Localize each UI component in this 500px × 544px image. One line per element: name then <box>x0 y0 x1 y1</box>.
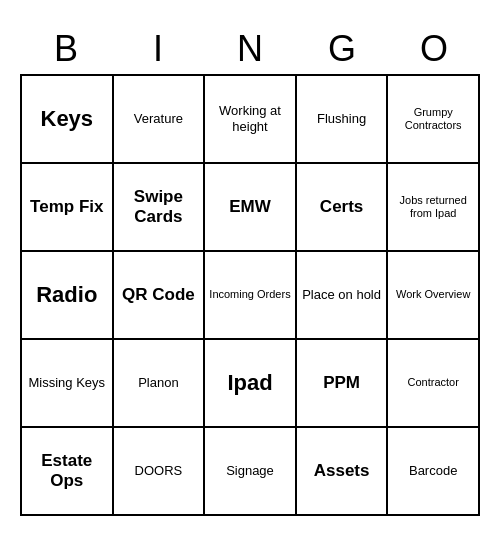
bingo-cell-1: Verature <box>114 76 206 164</box>
cell-text-7: EMW <box>229 197 271 217</box>
bingo-cell-15: Missing Keys <box>22 340 114 428</box>
bingo-cell-19: Contractor <box>388 340 480 428</box>
bingo-cell-0: Keys <box>22 76 114 164</box>
bingo-cell-2: Working at height <box>205 76 297 164</box>
cell-text-10: Radio <box>36 282 97 308</box>
bingo-cell-21: DOORS <box>114 428 206 516</box>
bingo-cell-5: Temp Fix <box>22 164 114 252</box>
cell-text-16: Planon <box>138 375 178 391</box>
bingo-cell-13: Place on hold <box>297 252 389 340</box>
cell-text-20: Estate Ops <box>26 451 108 492</box>
bingo-cell-3: Flushing <box>297 76 389 164</box>
cell-text-8: Certs <box>320 197 363 217</box>
bingo-cell-7: EMW <box>205 164 297 252</box>
cell-text-14: Work Overview <box>396 288 470 301</box>
cell-text-6: Swipe Cards <box>118 187 200 228</box>
bingo-cell-11: QR Code <box>114 252 206 340</box>
bingo-cell-12: Incoming Orders <box>205 252 297 340</box>
title-g: G <box>298 28 386 70</box>
bingo-cell-6: Swipe Cards <box>114 164 206 252</box>
bingo-cell-23: Assets <box>297 428 389 516</box>
title-b: B <box>22 28 110 70</box>
cell-text-1: Verature <box>134 111 183 127</box>
bingo-cell-17: Ipad <box>205 340 297 428</box>
bingo-cell-24: Barcode <box>388 428 480 516</box>
bingo-cell-14: Work Overview <box>388 252 480 340</box>
bingo-cell-8: Certs <box>297 164 389 252</box>
bingo-grid: KeysVeratureWorking at heightFlushingGru… <box>20 74 480 516</box>
title-n: N <box>206 28 294 70</box>
bingo-cell-4: Grumpy Contractors <box>388 76 480 164</box>
title-i: I <box>114 28 202 70</box>
cell-text-11: QR Code <box>122 285 195 305</box>
cell-text-21: DOORS <box>135 463 183 479</box>
cell-text-12: Incoming Orders <box>209 288 290 301</box>
bingo-cell-16: Planon <box>114 340 206 428</box>
bingo-cell-18: PPM <box>297 340 389 428</box>
cell-text-3: Flushing <box>317 111 366 127</box>
bingo-cell-9: Jobs returned from Ipad <box>388 164 480 252</box>
cell-text-4: Grumpy Contractors <box>392 106 474 132</box>
cell-text-17: Ipad <box>227 370 272 396</box>
cell-text-0: Keys <box>41 106 94 132</box>
cell-text-2: Working at height <box>209 103 291 134</box>
bingo-cell-22: Signage <box>205 428 297 516</box>
bingo-title: B I N G O <box>20 28 480 70</box>
cell-text-18: PPM <box>323 373 360 393</box>
bingo-cell-10: Radio <box>22 252 114 340</box>
cell-text-23: Assets <box>314 461 370 481</box>
cell-text-5: Temp Fix <box>30 197 103 217</box>
cell-text-15: Missing Keys <box>29 375 106 391</box>
cell-text-22: Signage <box>226 463 274 479</box>
bingo-card: B I N G O KeysVeratureWorking at heightF… <box>10 18 490 526</box>
cell-text-9: Jobs returned from Ipad <box>392 194 474 220</box>
cell-text-24: Barcode <box>409 463 457 479</box>
title-o: O <box>390 28 478 70</box>
cell-text-19: Contractor <box>408 376 459 389</box>
cell-text-13: Place on hold <box>302 287 381 303</box>
bingo-cell-20: Estate Ops <box>22 428 114 516</box>
